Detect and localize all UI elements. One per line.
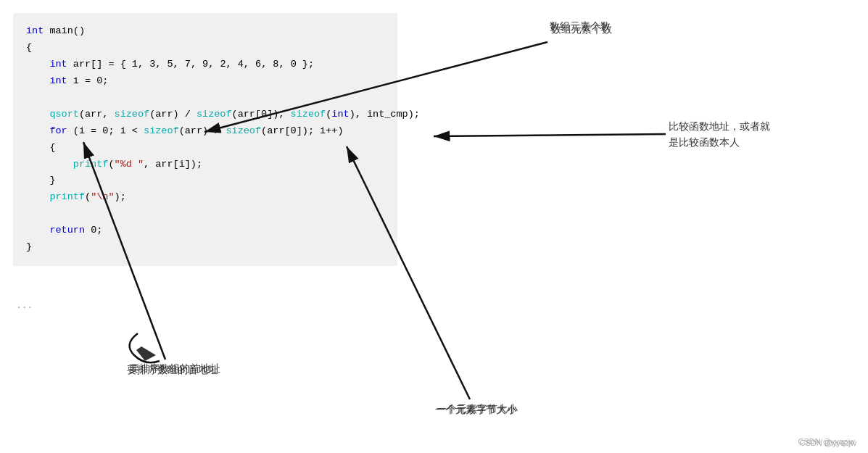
code-line-3: int arr[] = { 1, 3, 5, 7, 9, 2, 4, 6, 8,… xyxy=(26,57,384,73)
code-line-2: { xyxy=(26,40,384,57)
label-compare-func: 比较函数地址，或者就是比较函数本人 xyxy=(669,118,770,151)
code-line-10: } xyxy=(26,173,384,189)
code-line-12 xyxy=(26,206,384,223)
code-block: int main() { int arr[] = { 1, 3, 5, 7, 9… xyxy=(13,13,397,266)
code-line-13: return 0; xyxy=(26,223,384,239)
code-line-1: int main() xyxy=(26,23,384,40)
code-line-4: int i = 0; xyxy=(26,73,384,90)
watermark-text: CSDN @yyqzjw xyxy=(800,439,856,447)
code-dots: ··· xyxy=(16,302,33,313)
code-line-9: printf("%d ", arr[i]); xyxy=(26,157,384,173)
code-line-6: qsort(arr, sizeof(arr) / sizeof(arr[0]),… xyxy=(26,107,384,123)
svg-line-1 xyxy=(434,134,666,136)
code-line-14: } xyxy=(26,239,384,256)
code-line-8: { xyxy=(26,140,384,157)
label-array-elements: 数组元素个数 xyxy=(550,20,611,33)
svg-marker-4 xyxy=(136,346,156,361)
code-line-11: printf("\n"); xyxy=(26,189,384,206)
label-first-address: 要排序数组的首地址 xyxy=(129,362,220,375)
label-element-size: 一个元素字节大小 xyxy=(437,403,518,416)
code-line-7: for (i = 0; i < sizeof(arr) / sizeof(arr… xyxy=(26,123,384,140)
code-line-5 xyxy=(26,90,384,107)
